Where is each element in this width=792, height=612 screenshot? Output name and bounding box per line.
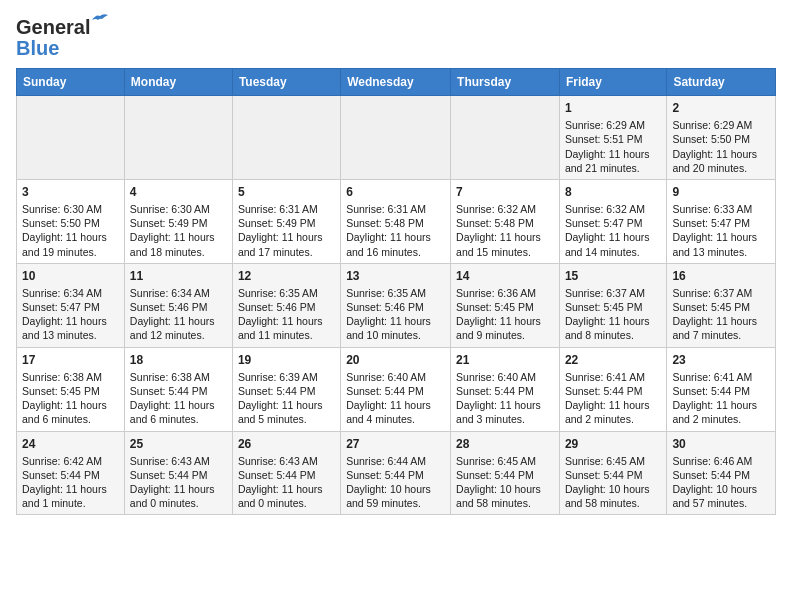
day-number: 19: [238, 352, 335, 368]
calendar-cell: 7Sunrise: 6:32 AMSunset: 5:48 PMDaylight…: [451, 179, 560, 263]
calendar-cell: [17, 96, 125, 180]
calendar-cell: 15Sunrise: 6:37 AMSunset: 5:45 PMDayligh…: [559, 263, 666, 347]
day-info: Sunrise: 6:42 AMSunset: 5:44 PMDaylight:…: [22, 455, 107, 510]
calendar-cell: 12Sunrise: 6:35 AMSunset: 5:46 PMDayligh…: [232, 263, 340, 347]
day-info: Sunrise: 6:33 AMSunset: 5:47 PMDaylight:…: [672, 203, 757, 258]
calendar-cell: 27Sunrise: 6:44 AMSunset: 5:44 PMDayligh…: [341, 431, 451, 515]
day-number: 20: [346, 352, 445, 368]
day-info: Sunrise: 6:37 AMSunset: 5:45 PMDaylight:…: [672, 287, 757, 342]
calendar-cell: 8Sunrise: 6:32 AMSunset: 5:47 PMDaylight…: [559, 179, 666, 263]
calendar-cell: 9Sunrise: 6:33 AMSunset: 5:47 PMDaylight…: [667, 179, 776, 263]
logo-bird-icon: [90, 12, 108, 26]
day-number: 6: [346, 184, 445, 200]
day-number: 18: [130, 352, 227, 368]
day-info: Sunrise: 6:31 AMSunset: 5:48 PMDaylight:…: [346, 203, 431, 258]
day-info: Sunrise: 6:45 AMSunset: 5:44 PMDaylight:…: [456, 455, 541, 510]
calendar-cell: 18Sunrise: 6:38 AMSunset: 5:44 PMDayligh…: [124, 347, 232, 431]
day-info: Sunrise: 6:32 AMSunset: 5:48 PMDaylight:…: [456, 203, 541, 258]
calendar-cell: [232, 96, 340, 180]
day-number: 11: [130, 268, 227, 284]
day-number: 2: [672, 100, 770, 116]
calendar-cell: [341, 96, 451, 180]
day-number: 28: [456, 436, 554, 452]
calendar-cell: 2Sunrise: 6:29 AMSunset: 5:50 PMDaylight…: [667, 96, 776, 180]
day-info: Sunrise: 6:35 AMSunset: 5:46 PMDaylight:…: [238, 287, 323, 342]
day-number: 14: [456, 268, 554, 284]
day-number: 24: [22, 436, 119, 452]
logo-general: General: [16, 16, 90, 38]
day-number: 15: [565, 268, 661, 284]
calendar-cell: 14Sunrise: 6:36 AMSunset: 5:45 PMDayligh…: [451, 263, 560, 347]
day-number: 21: [456, 352, 554, 368]
day-number: 3: [22, 184, 119, 200]
day-info: Sunrise: 6:38 AMSunset: 5:44 PMDaylight:…: [130, 371, 215, 426]
day-info: Sunrise: 6:40 AMSunset: 5:44 PMDaylight:…: [346, 371, 431, 426]
day-info: Sunrise: 6:38 AMSunset: 5:45 PMDaylight:…: [22, 371, 107, 426]
calendar-cell: 21Sunrise: 6:40 AMSunset: 5:44 PMDayligh…: [451, 347, 560, 431]
calendar-cell: 25Sunrise: 6:43 AMSunset: 5:44 PMDayligh…: [124, 431, 232, 515]
week-row-4: 17Sunrise: 6:38 AMSunset: 5:45 PMDayligh…: [17, 347, 776, 431]
calendar-cell: 28Sunrise: 6:45 AMSunset: 5:44 PMDayligh…: [451, 431, 560, 515]
calendar-cell: 6Sunrise: 6:31 AMSunset: 5:48 PMDaylight…: [341, 179, 451, 263]
calendar-cell: 5Sunrise: 6:31 AMSunset: 5:49 PMDaylight…: [232, 179, 340, 263]
day-info: Sunrise: 6:31 AMSunset: 5:49 PMDaylight:…: [238, 203, 323, 258]
calendar-cell: 23Sunrise: 6:41 AMSunset: 5:44 PMDayligh…: [667, 347, 776, 431]
day-info: Sunrise: 6:41 AMSunset: 5:44 PMDaylight:…: [672, 371, 757, 426]
col-header-monday: Monday: [124, 69, 232, 96]
day-info: Sunrise: 6:45 AMSunset: 5:44 PMDaylight:…: [565, 455, 650, 510]
day-info: Sunrise: 6:30 AMSunset: 5:50 PMDaylight:…: [22, 203, 107, 258]
day-info: Sunrise: 6:37 AMSunset: 5:45 PMDaylight:…: [565, 287, 650, 342]
day-info: Sunrise: 6:43 AMSunset: 5:44 PMDaylight:…: [238, 455, 323, 510]
calendar-cell: 17Sunrise: 6:38 AMSunset: 5:45 PMDayligh…: [17, 347, 125, 431]
day-info: Sunrise: 6:34 AMSunset: 5:47 PMDaylight:…: [22, 287, 107, 342]
day-number: 27: [346, 436, 445, 452]
day-info: Sunrise: 6:41 AMSunset: 5:44 PMDaylight:…: [565, 371, 650, 426]
day-number: 22: [565, 352, 661, 368]
day-number: 26: [238, 436, 335, 452]
day-info: Sunrise: 6:46 AMSunset: 5:44 PMDaylight:…: [672, 455, 757, 510]
calendar-cell: 22Sunrise: 6:41 AMSunset: 5:44 PMDayligh…: [559, 347, 666, 431]
day-number: 1: [565, 100, 661, 116]
calendar-cell: [451, 96, 560, 180]
calendar-cell: 30Sunrise: 6:46 AMSunset: 5:44 PMDayligh…: [667, 431, 776, 515]
day-number: 16: [672, 268, 770, 284]
day-info: Sunrise: 6:43 AMSunset: 5:44 PMDaylight:…: [130, 455, 215, 510]
logo: General Blue: [16, 16, 90, 60]
day-info: Sunrise: 6:44 AMSunset: 5:44 PMDaylight:…: [346, 455, 431, 510]
day-number: 17: [22, 352, 119, 368]
day-number: 9: [672, 184, 770, 200]
day-number: 13: [346, 268, 445, 284]
day-info: Sunrise: 6:29 AMSunset: 5:51 PMDaylight:…: [565, 119, 650, 174]
col-header-friday: Friday: [559, 69, 666, 96]
calendar-cell: 1Sunrise: 6:29 AMSunset: 5:51 PMDaylight…: [559, 96, 666, 180]
col-header-saturday: Saturday: [667, 69, 776, 96]
week-row-2: 3Sunrise: 6:30 AMSunset: 5:50 PMDaylight…: [17, 179, 776, 263]
calendar-cell: 19Sunrise: 6:39 AMSunset: 5:44 PMDayligh…: [232, 347, 340, 431]
day-info: Sunrise: 6:40 AMSunset: 5:44 PMDaylight:…: [456, 371, 541, 426]
day-info: Sunrise: 6:39 AMSunset: 5:44 PMDaylight:…: [238, 371, 323, 426]
week-row-1: 1Sunrise: 6:29 AMSunset: 5:51 PMDaylight…: [17, 96, 776, 180]
day-number: 23: [672, 352, 770, 368]
day-info: Sunrise: 6:29 AMSunset: 5:50 PMDaylight:…: [672, 119, 757, 174]
day-number: 12: [238, 268, 335, 284]
calendar-cell: 4Sunrise: 6:30 AMSunset: 5:49 PMDaylight…: [124, 179, 232, 263]
calendar-cell: 26Sunrise: 6:43 AMSunset: 5:44 PMDayligh…: [232, 431, 340, 515]
calendar-header-row: SundayMondayTuesdayWednesdayThursdayFrid…: [17, 69, 776, 96]
day-number: 5: [238, 184, 335, 200]
calendar-cell: [124, 96, 232, 180]
calendar-cell: 16Sunrise: 6:37 AMSunset: 5:45 PMDayligh…: [667, 263, 776, 347]
day-info: Sunrise: 6:36 AMSunset: 5:45 PMDaylight:…: [456, 287, 541, 342]
week-row-5: 24Sunrise: 6:42 AMSunset: 5:44 PMDayligh…: [17, 431, 776, 515]
day-info: Sunrise: 6:30 AMSunset: 5:49 PMDaylight:…: [130, 203, 215, 258]
col-header-wednesday: Wednesday: [341, 69, 451, 96]
day-number: 10: [22, 268, 119, 284]
page-header: General Blue: [16, 16, 776, 60]
calendar-cell: 11Sunrise: 6:34 AMSunset: 5:46 PMDayligh…: [124, 263, 232, 347]
day-number: 30: [672, 436, 770, 452]
col-header-thursday: Thursday: [451, 69, 560, 96]
week-row-3: 10Sunrise: 6:34 AMSunset: 5:47 PMDayligh…: [17, 263, 776, 347]
calendar-cell: 29Sunrise: 6:45 AMSunset: 5:44 PMDayligh…: [559, 431, 666, 515]
day-info: Sunrise: 6:34 AMSunset: 5:46 PMDaylight:…: [130, 287, 215, 342]
calendar-table: SundayMondayTuesdayWednesdayThursdayFrid…: [16, 68, 776, 515]
day-number: 7: [456, 184, 554, 200]
